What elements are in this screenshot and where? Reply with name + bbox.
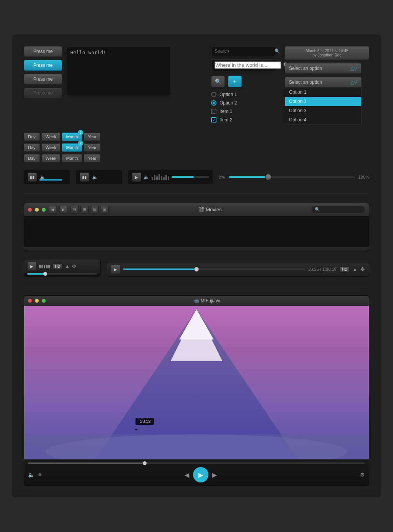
slider-track[interactable] [229, 176, 355, 178]
seg-month-1[interactable]: Month 2 [62, 133, 82, 141]
buttons-column: Press me Press me Press me Press me [24, 46, 62, 98]
vf-prev-button[interactable]: ◀ [185, 471, 189, 479]
separator-2 [24, 286, 369, 286]
player-bar-3: ▶ 🔈 [128, 170, 213, 184]
vp-small-play[interactable]: ▶ [27, 262, 36, 271]
radio-label-1: Option 1 [220, 92, 237, 97]
eq-bar-5 [161, 176, 162, 180]
traffic-light-red[interactable] [28, 208, 32, 212]
date-line1: March 6th, 2011 at 14:45 [289, 49, 365, 53]
vf-traffic-red[interactable] [28, 299, 32, 303]
vp-wide-progress[interactable] [123, 268, 305, 270]
vf-gear-icon[interactable]: ⚙ [360, 472, 365, 478]
traffic-light-yellow[interactable] [35, 208, 39, 212]
slider-section: 0% 100% [219, 175, 369, 179]
share-icon-wide[interactable]: ▲ [353, 267, 357, 272]
search-action-button[interactable]: 🔍 [211, 76, 225, 87]
pause-button-2[interactable]: ▮▮ [80, 172, 89, 182]
video-player-small: ▶ ▮▮▮▮▮ HD ▲ ✥ [24, 259, 101, 277]
dropdown-item-3[interactable]: Option 3 [285, 106, 361, 115]
search-input-1[interactable] [215, 48, 272, 54]
press-me-button-3[interactable]: Press me [24, 74, 62, 85]
press-me-button-1[interactable]: Press me [24, 46, 62, 57]
checkbox-item-2[interactable]: ✓ Item 2 [211, 117, 280, 123]
fullscreen-icon-small[interactable]: ✥ [72, 263, 76, 269]
seg-week-1[interactable]: Week [41, 133, 61, 141]
fullscreen-icon-wide[interactable]: ✥ [360, 266, 365, 272]
vf-seek-thumb[interactable] [143, 461, 147, 465]
video-full-bottom: 🔈 ◀ ▶ ▶ ⚙ [24, 459, 369, 486]
separator-1 [24, 193, 369, 194]
seg-week-2[interactable]: Week [41, 143, 61, 152]
top-section: Press me Press me Press me Press me Hell… [24, 46, 369, 125]
segment-group-1: Day Week Month 2 Year [24, 133, 369, 141]
press-me-button-2[interactable]: Press me [24, 60, 62, 71]
radio-option-2[interactable]: Option 2 [211, 100, 280, 106]
seg-year-1[interactable]: Year [84, 133, 101, 141]
dropdown-header-label: Select an option [289, 80, 322, 85]
slider-thumb[interactable] [265, 174, 271, 180]
browser-title: 🎬 Movies [112, 207, 308, 212]
traffic-light-green[interactable] [42, 208, 46, 212]
seg-day-1[interactable]: Day [24, 133, 40, 141]
main-textarea[interactable]: Hello world! [67, 46, 170, 96]
grid-view-button[interactable]: ☷ [70, 206, 79, 214]
video-full-titlebar: 📹 MtFuji.avi [24, 296, 369, 306]
vf-volume-icon[interactable]: 🔈 [28, 472, 35, 478]
eq-bar-3 [156, 176, 158, 180]
back-button[interactable]: ◀ [49, 206, 56, 214]
column-view-button[interactable]: ▦ [90, 206, 99, 214]
forward-button[interactable]: ▶ [59, 206, 67, 214]
browser-search[interactable]: 🔍 [311, 206, 365, 214]
vp-volume-bars: ▮▮▮▮▮ [39, 264, 50, 269]
seg-month-2[interactable]: Month 2 [62, 143, 82, 152]
checkbox-item-1[interactable]: Item 1 [211, 109, 280, 114]
date-line2: by Jonathan Doe [289, 53, 365, 57]
volume-icon-3: 🔈 [144, 174, 149, 180]
select-dropdown-closed[interactable]: Select an option △▽ [285, 63, 362, 74]
segment-group-2: Day Week Month 2 Year [24, 143, 369, 152]
vf-play-button[interactable]: ▶ [193, 467, 208, 482]
vf-next-button[interactable]: ▶ [212, 471, 217, 479]
vp-wide-play[interactable]: ▶ [111, 265, 120, 274]
dropdown-header[interactable]: Select an option △▽ [285, 77, 361, 88]
seg-day-3[interactable]: Day [24, 154, 40, 162]
add-action-button[interactable]: + [228, 76, 242, 87]
search-box-2[interactable]: 🔍 [211, 59, 276, 71]
player-bar-2: ▮▮ 🔈 [76, 170, 122, 184]
checkbox-label-1: Item 1 [220, 109, 232, 114]
search-input-2[interactable] [215, 61, 281, 69]
eq-bar-1 [152, 177, 153, 180]
seg-day-2[interactable]: Day [24, 143, 40, 152]
time-tooltip: -33:12 [135, 418, 154, 425]
cover-view-button[interactable]: ▣ [100, 206, 109, 214]
seg-year-2[interactable]: Year [84, 143, 101, 152]
list-view-button[interactable]: ☰ [80, 206, 89, 214]
eq-bar-7 [165, 175, 167, 180]
browser-search-input[interactable] [320, 207, 362, 212]
select-label: Select an option [289, 66, 322, 71]
progress-bar-3[interactable] [172, 176, 209, 178]
search-icon-1: 🔍 [274, 48, 280, 54]
search-box-1[interactable]: 🔍 [211, 46, 276, 56]
dropdown-arrow-icon: △▽ [350, 66, 357, 71]
dropdown-item-4[interactable]: Option 4 [285, 115, 361, 124]
pause-button-1[interactable]: ▮▮ [28, 172, 37, 182]
eq-bar-8 [168, 176, 169, 180]
vp-small-progress[interactable] [27, 273, 97, 275]
vp-small-fill [27, 273, 45, 275]
play-button-3[interactable]: ▶ [132, 172, 141, 182]
dropdown-item-1[interactable]: Option 1 [285, 88, 361, 97]
vf-seek-bar[interactable] [28, 462, 365, 464]
seg-year-3[interactable]: Year [84, 154, 101, 162]
vf-traffic-yellow[interactable] [35, 299, 39, 303]
dropdown-item-2-active[interactable]: Option 1 [285, 97, 361, 106]
radio-option-1[interactable]: Option 1 [211, 92, 280, 97]
slider-min-label: 0% [219, 175, 225, 179]
vf-traffic-green[interactable] [42, 299, 46, 303]
seg-week-3[interactable]: Week [41, 154, 61, 162]
segment-group-3: Day Week Month Year [24, 154, 369, 162]
checkbox-box-1 [211, 109, 216, 114]
seg-month-3[interactable]: Month [62, 154, 82, 162]
share-icon-small[interactable]: ▲ [65, 264, 69, 269]
